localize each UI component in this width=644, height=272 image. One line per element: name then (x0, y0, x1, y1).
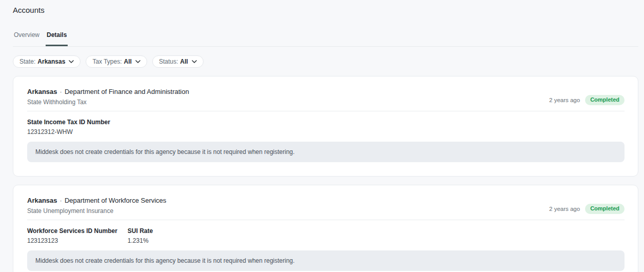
field-label: Workforce Services ID Number (27, 227, 117, 235)
account-card: Arkansas·Department of Finance and Admin… (13, 76, 638, 177)
page-title: Accounts (13, 5, 638, 15)
account-meta: 2 years ago Completed (549, 95, 625, 106)
account-agency: Department of Finance and Administration (65, 88, 189, 95)
credentials-note: Middesk does not create credentials for … (27, 250, 625, 271)
field-value: 12312312-WHW (27, 128, 111, 135)
filter-label: Tax Types: (92, 58, 122, 65)
updated-timestamp: 2 years ago (549, 206, 580, 212)
tab-overview[interactable]: Overview (13, 31, 41, 46)
status-badge: Completed (585, 95, 625, 105)
tax-types-filter-dropdown[interactable]: Tax Types: All (86, 55, 147, 68)
tab-bar: Overview Details (13, 31, 638, 47)
account-title: Arkansas·Department of Workforce Service… (27, 197, 166, 204)
account-field: State Income Tax ID Number 12312312-WHW (27, 119, 121, 135)
account-field: SUI Rate 1.231% (128, 227, 222, 244)
account-fields: Workforce Services ID Number 123123123 S… (27, 227, 625, 244)
updated-timestamp: 2 years ago (549, 97, 580, 103)
filter-label: State: (19, 58, 35, 65)
filter-label: Status: (159, 58, 178, 65)
account-identity: Arkansas·Department of Finance and Admin… (27, 88, 189, 106)
account-meta: 2 years ago Completed (549, 204, 625, 215)
title-separator: · (60, 197, 62, 204)
account-tax-type: State Withholding Tax (27, 99, 189, 106)
account-card: Arkansas·Department of Workforce Service… (13, 185, 638, 272)
account-fields: State Income Tax ID Number 12312312-WHW (27, 119, 625, 135)
tab-details[interactable]: Details (46, 31, 68, 46)
status-filter-dropdown[interactable]: Status: All (152, 55, 204, 68)
account-tax-type: State Unemployment Insurance (27, 207, 166, 215)
chevron-down-icon (135, 60, 140, 63)
field-value: 123123123 (27, 237, 117, 244)
filter-value: All (124, 58, 132, 65)
filter-value: Arkansas (37, 58, 65, 65)
field-label: SUI Rate (128, 227, 211, 235)
credentials-note: Middesk does not create credentials for … (27, 142, 625, 162)
state-filter-dropdown[interactable]: State: Arkansas (13, 55, 80, 68)
chevron-down-icon (69, 60, 74, 63)
chevron-down-icon (192, 60, 197, 63)
field-value: 1.231% (128, 237, 211, 244)
card-divider (27, 220, 625, 220)
accounts-page: Accounts Overview Details State: Arkansa… (0, 0, 644, 272)
account-card-header: Arkansas·Department of Workforce Service… (27, 197, 625, 215)
title-separator: · (60, 88, 62, 95)
account-state: Arkansas (27, 197, 57, 204)
account-state: Arkansas (27, 88, 57, 95)
account-title: Arkansas·Department of Finance and Admin… (27, 88, 189, 95)
status-badge: Completed (585, 204, 625, 214)
card-divider (27, 111, 625, 111)
account-card-header: Arkansas·Department of Finance and Admin… (27, 88, 625, 106)
account-field: Workforce Services ID Number 123123123 (27, 227, 128, 244)
filter-value: All (180, 58, 188, 65)
account-agency: Department of Workforce Services (65, 197, 166, 204)
field-label: State Income Tax ID Number (27, 119, 111, 126)
filter-bar: State: Arkansas Tax Types: All Status: A… (13, 55, 638, 68)
account-identity: Arkansas·Department of Workforce Service… (27, 197, 166, 215)
